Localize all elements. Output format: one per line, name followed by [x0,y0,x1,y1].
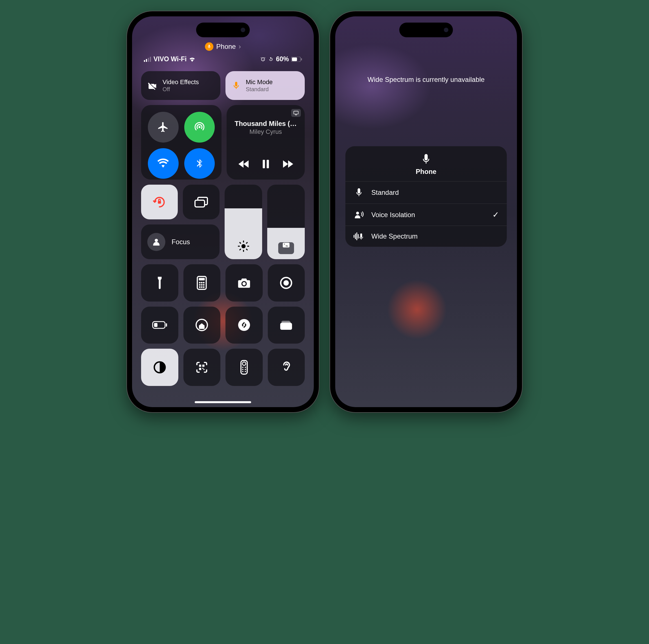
svg-point-13 [241,244,246,248]
video-effects-tile[interactable]: Video Effects Off [141,71,220,100]
svg-rect-60 [355,234,356,239]
wallet-button[interactable] [268,307,305,344]
next-track-button[interactable] [283,160,294,168]
svg-rect-5 [292,57,297,61]
battery-icon [291,57,302,62]
mic-icon [421,154,431,165]
svg-rect-62 [358,234,359,239]
svg-point-37 [284,280,289,285]
svg-rect-39 [154,323,158,327]
svg-rect-10 [158,201,161,203]
focus-tile[interactable]: Focus [141,225,220,259]
svg-point-34 [201,286,203,288]
connectivity-tile[interactable] [141,105,221,179]
rotation-lock-toggle[interactable] [141,185,178,219]
status-bar: VIVO Wi-Fi 60% [132,55,314,63]
svg-point-42 [238,319,250,331]
play-pause-button[interactable] [262,160,269,168]
video-off-icon [147,80,158,91]
now-playing-tile[interactable]: Thousand Miles (… Miley Cyrus [227,105,305,179]
svg-point-12 [155,239,158,242]
svg-point-57 [245,371,246,372]
mic-panel-app-label: Phone [416,168,436,175]
control-center-screen: Phone › VIVO Wi-Fi 60% [132,16,314,407]
audio-output-badge[interactable]: tv [278,242,294,254]
mic-mode-voice-isolation-label: Voice Isolation [371,211,415,219]
mic-mode-panel: Phone Standard Voice Isolation ✓ Wide S [345,146,507,247]
svg-point-51 [243,362,246,365]
svg-rect-43 [280,323,292,330]
mic-mode-wide-spectrum-label: Wide Spectrum [371,232,418,240]
calculator-button[interactable] [183,264,221,301]
screen-mirroring-button[interactable] [183,185,220,219]
wifi-toggle[interactable] [148,148,179,179]
active-app-pill[interactable]: Phone › [205,42,241,51]
mic-mode-voice-isolation-row[interactable]: Voice Isolation ✓ [345,204,507,226]
svg-rect-61 [356,232,357,240]
svg-rect-3 [150,57,151,62]
svg-rect-9 [267,160,269,168]
unavailable-notice: Wide Spectrum is currently unavailable [335,76,517,84]
flashlight-button[interactable] [141,264,178,301]
svg-rect-59 [354,235,354,238]
svg-point-55 [245,369,246,370]
dark-mode-toggle[interactable] [141,349,178,386]
svg-line-21 [246,243,247,243]
focus-label: Focus [172,238,190,246]
shazam-button[interactable] [225,307,263,344]
svg-rect-40 [166,323,167,327]
home-button[interactable] [183,307,221,344]
mic-mode-sub: Standard [246,86,272,93]
home-indicator[interactable] [195,401,251,403]
hearing-button[interactable] [268,349,305,386]
svg-point-35 [203,286,205,288]
wide-spectrum-icon [353,232,364,241]
airplay-badge-icon[interactable] [291,109,301,117]
svg-rect-2 [148,58,149,62]
volume-slider[interactable]: tv [267,185,305,259]
apple-tv-remote-button[interactable] [225,349,263,386]
svg-rect-1 [146,59,147,62]
svg-line-20 [240,249,241,250]
dynamic-island [196,23,250,37]
track-artist: Miley Cyrus [232,128,299,135]
svg-point-56 [242,371,243,372]
voice-isolation-icon [353,211,364,219]
chevron-right-icon: › [239,43,241,50]
svg-text:tv: tv [286,244,288,247]
svg-rect-0 [144,60,145,62]
camera-button[interactable] [225,264,263,301]
video-effects-sub: Off [163,86,199,93]
cellular-data-toggle[interactable] [184,112,215,143]
low-power-mode-button[interactable] [141,307,178,344]
screen-record-button[interactable] [268,264,305,301]
svg-point-31 [201,284,203,286]
svg-line-19 [246,249,247,250]
mic-mode-standard-label: Standard [371,189,399,197]
svg-rect-47 [199,368,202,370]
svg-point-23 [284,244,285,244]
brightness-slider[interactable] [225,185,262,259]
mic-panel-header: Phone [345,146,507,182]
svg-rect-48 [202,368,204,369]
airplane-mode-toggle[interactable] [148,112,179,143]
mic-indicator-icon [205,42,213,51]
mic-mode-tile[interactable]: Mic Mode Standard [225,71,305,100]
mic-mode-title: Mic Mode [246,79,272,86]
previous-track-button[interactable] [238,160,249,168]
mic-mode-wide-spectrum-row[interactable]: Wide Spectrum [345,226,507,247]
svg-point-58 [356,211,359,214]
mic-mode-standard-row[interactable]: Standard [345,182,507,204]
wifi-icon [189,57,196,62]
iphone-left: Phone › VIVO Wi-Fi 60% [127,11,319,412]
qr-scan-button[interactable] [183,349,221,386]
svg-rect-46 [202,364,205,367]
battery-pct-label: 60% [276,55,289,63]
alarm-icon [260,56,266,62]
svg-point-27 [199,282,201,283]
bluetooth-toggle[interactable] [184,148,215,179]
brightness-icon [237,240,250,252]
svg-line-18 [240,243,241,243]
svg-point-33 [199,286,201,288]
dynamic-island [399,23,453,37]
